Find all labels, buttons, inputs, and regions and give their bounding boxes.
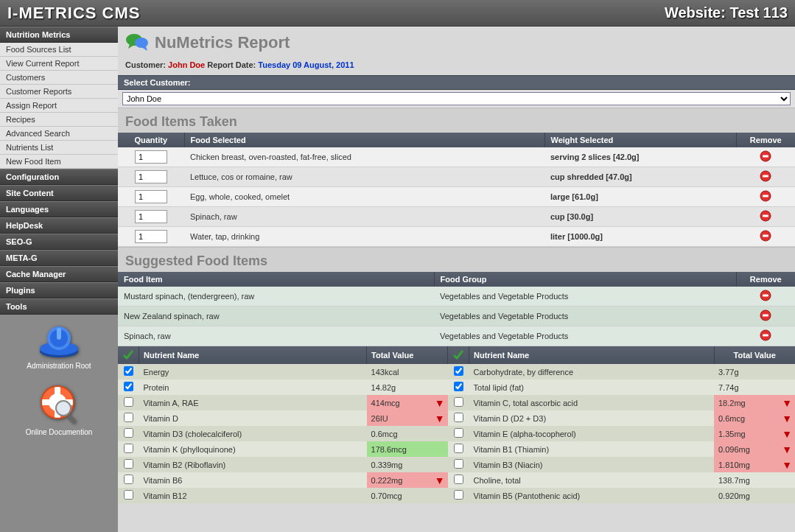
nav-item[interactable]: Recipes bbox=[0, 113, 118, 127]
customer-label: Customer: bbox=[125, 60, 166, 69]
nutrient-checkbox[interactable] bbox=[124, 428, 133, 438]
nutrient-checkbox[interactable] bbox=[454, 490, 463, 500]
nutrient-value-cell: 414mcg▼ bbox=[367, 395, 448, 410]
col-nutrient-right: Nutrient Name bbox=[469, 346, 714, 364]
nutrient-name-cell: Carbohydrate, by difference bbox=[469, 364, 714, 379]
table-row: Mustard spinach, (tendergreen), rawVeget… bbox=[118, 287, 795, 307]
svg-rect-4 bbox=[57, 328, 61, 340]
food-taken-table: Quantity Food Selected Weight Selected R… bbox=[118, 133, 795, 247]
quantity-input[interactable] bbox=[135, 190, 167, 203]
nav-item[interactable]: Advanced Search bbox=[0, 127, 118, 141]
nutrient-checkbox[interactable] bbox=[124, 490, 133, 500]
nav-section-header[interactable]: META-G bbox=[0, 250, 118, 266]
table-row: New Zealand spinach, rawVegetables and V… bbox=[118, 307, 795, 326]
svg-rect-17 bbox=[763, 175, 768, 178]
col-food-item: Food Item bbox=[118, 272, 434, 287]
nutrient-checkbox[interactable] bbox=[454, 428, 463, 438]
nutrient-checkbox[interactable] bbox=[124, 444, 133, 453]
nav-section-header[interactable]: Nutrition Metrics bbox=[0, 27, 118, 43]
nutrient-name-cell: Vitamin D bbox=[139, 410, 367, 426]
nav-section-header[interactable]: Cache Manager bbox=[0, 266, 118, 282]
nav-item[interactable]: Customers bbox=[0, 71, 118, 85]
nutrient-name-cell: Vitamin B2 (Riboflavin) bbox=[139, 457, 367, 472]
suggested-item-cell: Spinach, raw bbox=[118, 326, 434, 346]
nav-section-header[interactable]: SEO-G bbox=[0, 234, 118, 250]
nav-item[interactable]: Customer Reports bbox=[0, 85, 118, 99]
nutrient-name-cell: Vitamin A, RAE bbox=[139, 395, 367, 410]
quantity-input[interactable] bbox=[135, 150, 167, 164]
food-name-cell: Water, tap, drinking bbox=[184, 227, 544, 247]
nutrient-checkbox[interactable] bbox=[124, 366, 133, 376]
nutrient-checkbox[interactable] bbox=[454, 475, 463, 484]
weight-cell: liter [1000.0g] bbox=[544, 227, 736, 247]
food-taken-title: Food Items Taken bbox=[118, 108, 795, 133]
nav-item[interactable]: New Food Item bbox=[0, 155, 118, 169]
suggested-group-cell: Vegetables and Vegetable Products bbox=[434, 326, 736, 346]
sidebar-footer-docs[interactable]: Online Documention bbox=[0, 377, 118, 444]
nutrient-checkbox[interactable] bbox=[454, 382, 463, 391]
nutrient-value-cell: 0.339mg bbox=[367, 457, 448, 472]
remove-button[interactable] bbox=[760, 170, 771, 182]
nav-section-header[interactable]: HelpDesk bbox=[0, 217, 118, 234]
remove-button[interactable] bbox=[760, 309, 771, 321]
nav-section-header[interactable]: Site Content bbox=[0, 185, 118, 201]
select-customer-dropdown[interactable]: John Doe bbox=[122, 92, 791, 105]
remove-button[interactable] bbox=[760, 329, 771, 341]
nav-item[interactable]: View Current Report bbox=[0, 57, 118, 71]
page-title: NuMetrics Report bbox=[155, 33, 290, 52]
remove-button[interactable] bbox=[760, 290, 771, 301]
nutrient-name-cell: Energy bbox=[139, 364, 367, 379]
check-all-left-icon[interactable] bbox=[122, 349, 134, 360]
suggested-group-cell: Vegetables and Vegetable Products bbox=[434, 307, 736, 326]
nutrient-name-cell: Vitamin E (alpha-tocopherol) bbox=[469, 426, 714, 441]
nav-item[interactable]: Assign Report bbox=[0, 99, 118, 113]
col-value-right: Total Value bbox=[714, 346, 795, 364]
nutrient-checkbox[interactable] bbox=[124, 475, 133, 484]
remove-button[interactable] bbox=[760, 230, 771, 242]
table-row: Vitamin D3 (cholecalciferol)0.6mcgVitami… bbox=[118, 426, 795, 441]
quantity-input[interactable] bbox=[135, 210, 167, 223]
nutrient-checkbox[interactable] bbox=[454, 459, 463, 469]
arrow-down-icon: ▼ bbox=[435, 397, 445, 409]
svg-rect-27 bbox=[763, 315, 768, 317]
arrow-down-icon: ▼ bbox=[782, 413, 792, 424]
nav-section-header[interactable]: Configuration bbox=[0, 169, 118, 185]
remove-button[interactable] bbox=[760, 190, 771, 202]
nutrient-checkbox[interactable] bbox=[124, 397, 133, 407]
quantity-input[interactable] bbox=[135, 170, 167, 183]
nutrient-name-cell: Protein bbox=[139, 379, 367, 395]
suggested-table: Food Item Food Group Remove Mustard spin… bbox=[118, 272, 795, 346]
date-label: Report Date: bbox=[207, 60, 256, 69]
weight-cell: large [61.0g] bbox=[544, 187, 736, 207]
nutrient-name-cell: Vitamin D (D2 + D3) bbox=[469, 410, 714, 426]
quantity-input[interactable] bbox=[135, 230, 167, 243]
nutrient-checkbox[interactable] bbox=[454, 397, 463, 407]
table-row: Vitamin D26IU▼Vitamin D (D2 + D3)0.6mcg▼ bbox=[118, 410, 795, 426]
nutrient-value-cell: 0.6mcg▼ bbox=[714, 410, 795, 426]
nutrient-checkbox[interactable] bbox=[124, 382, 133, 391]
arrow-down-icon: ▼ bbox=[782, 428, 792, 440]
nav-item[interactable]: Nutrients List bbox=[0, 141, 118, 155]
check-all-right-icon[interactable] bbox=[452, 349, 464, 360]
nutrient-checkbox[interactable] bbox=[454, 444, 463, 453]
sidebar-footer-admin[interactable]: Administration Root bbox=[0, 315, 118, 377]
nutrient-checkbox[interactable] bbox=[454, 366, 463, 376]
svg-rect-29 bbox=[763, 335, 768, 337]
table-row: Protein14.82gTotal lipid (fat)7.74g bbox=[118, 379, 795, 395]
nutrient-value-cell: 1.810mg▼ bbox=[714, 457, 795, 472]
svg-point-13 bbox=[135, 38, 148, 48]
table-row: Chicken breast, oven-roasted, fat-free, … bbox=[118, 147, 795, 167]
suggested-title: Suggested Food Items bbox=[118, 247, 795, 272]
nav-section-header[interactable]: Languages bbox=[0, 201, 118, 217]
remove-button[interactable] bbox=[760, 210, 771, 222]
nutrient-checkbox[interactable] bbox=[124, 413, 133, 422]
nutrient-checkbox[interactable] bbox=[454, 413, 463, 422]
nutrient-value-cell: 0.096mg▼ bbox=[714, 441, 795, 457]
nav-item[interactable]: Food Sources List bbox=[0, 43, 118, 57]
nav-section-header[interactable]: Tools bbox=[0, 298, 118, 315]
remove-button[interactable] bbox=[760, 150, 771, 162]
site-title: Website: Test 113 bbox=[665, 4, 788, 21]
table-row: Vitamin B2 (Riboflavin)0.339mgVitamin B3… bbox=[118, 457, 795, 472]
nav-section-header[interactable]: Plugins bbox=[0, 282, 118, 298]
nutrient-checkbox[interactable] bbox=[124, 459, 133, 469]
